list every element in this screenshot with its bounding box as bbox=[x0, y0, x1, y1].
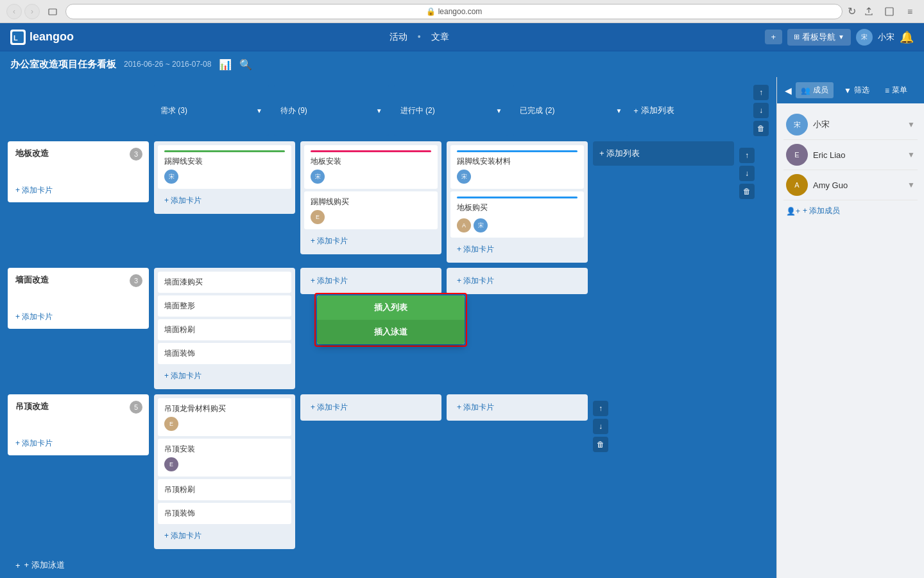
user-avatar: 宋 bbox=[856, 29, 873, 46]
member-name-eric: Eric Liao bbox=[813, 150, 902, 160]
right-sidebar: ◀ 👥 成员 ▼ 筛选 ≡ 菜单 宋 小宋 ▼ bbox=[776, 77, 924, 578]
column-pending-lane3: 吊顶龙骨材料购买 E 吊顶安装 E 吊顶粉刷 吊顶装饰 + 添加卡片 bbox=[154, 394, 295, 549]
refresh-button[interactable]: ↻ bbox=[848, 5, 856, 17]
more-button[interactable]: ≡ bbox=[902, 4, 918, 19]
tab-members[interactable]: 👥 成员 bbox=[796, 82, 834, 98]
move-down-lane3[interactable]: ↓ bbox=[593, 419, 608, 434]
column-body-pending-lane2: 墙面漆购买 墙面整形 墙面粉刷 墙面装饰 + 添加卡片 bbox=[154, 268, 295, 389]
col-needs-arrow[interactable]: ▼ bbox=[256, 107, 262, 114]
lane-label-ceiling: 吊顶改造 5 + 添加卡片 bbox=[8, 394, 149, 455]
column-body-done-lane2: + 添加卡片 bbox=[447, 268, 588, 294]
column-body-inprogress-lane2: + 添加卡片 bbox=[300, 268, 441, 294]
add-card-pending-lane2[interactable]: + 添加卡片 bbox=[158, 367, 291, 385]
add-card-inprogress-lane3[interactable]: + 添加卡片 bbox=[304, 398, 438, 417]
card-wall-3[interactable]: 墙面粉刷 bbox=[158, 319, 291, 340]
lane-add-ceiling[interactable]: + 添加卡片 bbox=[15, 438, 141, 449]
card-ceiling-2[interactable]: 吊顶安装 E bbox=[158, 439, 291, 477]
window-expand-button[interactable] bbox=[45, 4, 60, 19]
card-title: 踢脚线安装 bbox=[164, 156, 285, 167]
column-body-done-lane1: 踢脚线安装材料 宋 地板购买 A 宋 + 添加卡片 bbox=[447, 141, 588, 263]
add-card-pending-lane3[interactable]: + 添加卡片 bbox=[158, 527, 291, 545]
add-card-done-lane2[interactable]: + 添加卡片 bbox=[450, 272, 584, 290]
lane-badge-wall: 3 bbox=[130, 274, 142, 287]
move-up-lane3[interactable]: ↑ bbox=[593, 401, 608, 416]
card-ceiling-1[interactable]: 吊顶龙骨材料购买 E bbox=[158, 398, 291, 436]
board-nav-button[interactable]: ⊞ 看板导航 ▼ bbox=[787, 29, 851, 46]
column-body-done-lane3: + 添加卡片 bbox=[447, 394, 588, 421]
add-list-lane1[interactable]: + 添加列表 bbox=[593, 141, 734, 166]
move-down-lane1[interactable]: ↓ bbox=[739, 166, 755, 181]
tab-filter[interactable]: ▼ 筛选 bbox=[839, 82, 875, 98]
insert-swimlane-button[interactable]: 插入泳道 bbox=[317, 320, 465, 344]
member-avatar-song: 宋 bbox=[786, 114, 808, 136]
delete-lane3[interactable]: 🗑 bbox=[593, 437, 608, 452]
col-pending-arrow[interactable]: ▼ bbox=[376, 107, 382, 114]
forward-button[interactable]: › bbox=[24, 4, 40, 19]
logo: L leangoo bbox=[10, 30, 74, 45]
add-card-done-lane1[interactable]: + 添加卡片 bbox=[450, 240, 584, 259]
card-wall-2[interactable]: 墙面整形 bbox=[158, 295, 291, 317]
move-up-button[interactable]: ↑ bbox=[753, 85, 769, 100]
member-filter-amy[interactable]: ▼ bbox=[907, 180, 915, 189]
share-button[interactable] bbox=[861, 4, 877, 19]
card-inprogress-2[interactable]: 踢脚线购买 E bbox=[304, 191, 438, 229]
card-avatar: E bbox=[164, 417, 178, 431]
col-header-pending: 待办 (9) ▼ bbox=[274, 85, 389, 136]
card-avatar: 宋 bbox=[311, 170, 325, 184]
card-done-1[interactable]: 踢脚线安装材料 宋 bbox=[450, 145, 584, 189]
back-button[interactable]: ‹ bbox=[6, 4, 22, 19]
url-bar[interactable]: 🔒 leangoo.com bbox=[65, 4, 843, 19]
user-name: 小宋 bbox=[878, 31, 894, 43]
col-inprogress-arrow[interactable]: ▼ bbox=[496, 107, 502, 114]
tab-filter-label: 筛选 bbox=[854, 85, 869, 96]
add-list-header[interactable]: + 添加列表 bbox=[633, 85, 746, 136]
browser-nav: ‹ › bbox=[6, 4, 40, 19]
col-inprogress-label: 进行中 (2) bbox=[400, 105, 435, 116]
delete-button[interactable]: 🗑 bbox=[753, 121, 769, 136]
column-inprogress-lane2: + 添加卡片 bbox=[300, 268, 441, 294]
add-member-button[interactable]: 👤+ + 添加成员 bbox=[783, 200, 918, 222]
search-icon[interactable]: 🔍 bbox=[239, 58, 252, 71]
col-done-arrow[interactable]: ▼ bbox=[615, 107, 622, 114]
notification-bell[interactable]: 🔔 bbox=[900, 30, 914, 44]
lane-add-wall[interactable]: + 添加卡片 bbox=[15, 311, 141, 322]
col-done-label: 已完成 (2) bbox=[520, 105, 554, 116]
app-header: L leangoo 活动 • 文章 + ⊞ 看板导航 ▼ 宋 小宋 🔔 bbox=[0, 23, 924, 51]
card-bar bbox=[457, 197, 578, 198]
move-up-lane1[interactable]: ↑ bbox=[739, 148, 755, 163]
tab-members-label: 成员 bbox=[813, 85, 828, 96]
add-card-inprogress-lane1[interactable]: + 添加卡片 bbox=[304, 232, 438, 250]
card-title: 踢脚线购买 bbox=[311, 197, 431, 207]
delete-lane1[interactable]: 🗑 bbox=[739, 184, 755, 199]
chart-icon[interactable]: 📊 bbox=[219, 58, 232, 71]
card-done-2[interactable]: 地板购买 A 宋 bbox=[450, 191, 584, 238]
add-swimlane-button[interactable]: + + 添加泳道 bbox=[8, 554, 769, 576]
card-wall-1[interactable]: 墙面漆购买 bbox=[158, 272, 291, 293]
card-avatar-1: A bbox=[457, 218, 471, 232]
card-avatar: E bbox=[164, 457, 178, 471]
nav-activities[interactable]: 活动 bbox=[389, 31, 407, 43]
svg-rect-0 bbox=[49, 9, 56, 15]
member-filter-eric[interactable]: ▼ bbox=[907, 150, 915, 159]
col-needs-label: 需求 (3) bbox=[160, 105, 187, 116]
header-nav: 活动 • 文章 bbox=[84, 31, 754, 43]
nav-articles[interactable]: 文章 bbox=[431, 31, 449, 43]
card-wall-4[interactable]: 墙面装饰 bbox=[158, 343, 291, 364]
add-button[interactable]: + bbox=[765, 30, 783, 44]
add-card-done-lane3[interactable]: + 添加卡片 bbox=[450, 398, 584, 417]
move-down-button[interactable]: ↓ bbox=[753, 103, 769, 118]
insert-list-button[interactable]: 插入列表 bbox=[317, 295, 465, 320]
new-tab-button[interactable] bbox=[882, 4, 897, 19]
add-card-inprogress-lane2[interactable]: + 添加卡片 bbox=[304, 272, 438, 290]
tab-menu[interactable]: ≡ 菜单 bbox=[880, 82, 912, 98]
card-inprogress-1[interactable]: 地板安装 宋 bbox=[304, 145, 438, 189]
card-ceiling-3[interactable]: 吊顶粉刷 bbox=[158, 479, 291, 500]
sub-header: 办公室改造项目任务看板 2016-06-26 ~ 2016-07-08 📊 🔍 bbox=[0, 51, 924, 77]
add-card-pending-lane1[interactable]: + 添加卡片 bbox=[158, 191, 291, 210]
col-header-done: 已完成 (2) ▼ bbox=[513, 85, 628, 136]
sidebar-toggle-button[interactable]: ◀ bbox=[785, 85, 792, 96]
lane-add-needs[interactable]: + 添加卡片 bbox=[15, 185, 141, 196]
member-filter-song[interactable]: ▼ bbox=[907, 120, 915, 129]
card-ceiling-4[interactable]: 吊顶装饰 bbox=[158, 503, 291, 524]
card-pending-1[interactable]: 踢脚线安装 宋 bbox=[158, 145, 291, 189]
